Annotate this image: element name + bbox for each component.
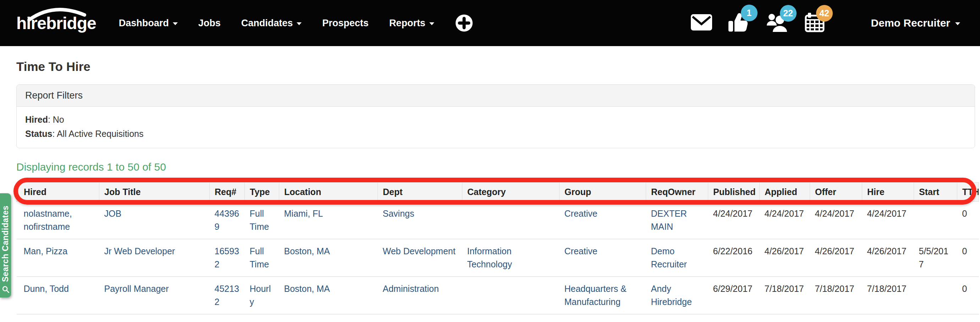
column-header[interactable]: Hire [862,182,914,202]
column-header[interactable]: ReqOwner [646,182,708,202]
table-cell: 6/22/2016 [708,239,760,277]
table-cell: Andy Hirebridge [646,277,708,314]
chevron-down-icon [297,22,302,25]
table-cell: 7/18/2017 [760,277,810,314]
table-row: Dunn, ToddPayroll Manager452132HourlyBos… [17,277,979,314]
column-header[interactable]: Type [245,182,279,202]
user-menu-label: Demo Recruiter [871,17,950,29]
plus-circle-icon [455,14,473,32]
table-cell: 4/24/2017 [862,202,914,240]
calendar-badge: 42 [816,5,833,22]
column-header[interactable]: Applied [760,182,810,202]
primary-nav: Dashboard Jobs Candidates Prospects Repo… [119,18,434,29]
nav-item-candidates[interactable]: Candidates [241,18,302,29]
table-cell: Demo Recruiter [646,239,708,277]
table-cell: 4/24/2017 [760,202,810,240]
logo-arc-icon [26,6,87,22]
table-header-row: HiredJob TitleReq#TypeLocationDeptCatego… [17,182,979,202]
report-table-wrap: HiredJob TitleReq#TypeLocationDeptCatego… [16,182,975,322]
chevron-down-icon [955,22,960,25]
main-content: Time To Hire Report Filters Hired: No St… [0,60,980,322]
column-header[interactable]: Dept [378,182,462,202]
table-cell: Full Time [245,314,279,322]
report-filters-panel: Report Filters Hired: No Status: All Act… [16,84,975,148]
table-cell: 0 [957,239,979,277]
table-cell[interactable]: Man, Pizza [17,239,99,277]
table-row: Morris, DanicaSenior Web Developer67899F… [17,314,979,322]
column-header[interactable]: Start [914,182,957,202]
table-cell[interactable]: Morris, Danica [17,314,99,322]
candidates-button[interactable]: 22 [765,12,789,34]
table-cell[interactable]: Payroll Manager [99,277,210,314]
table-cell: 8/30/2007 [760,314,810,322]
nav-item-jobs[interactable]: Jobs [198,18,221,29]
table-cell[interactable]: JOB [99,202,210,240]
table-cell: Miami, FL [279,202,378,240]
nav-item-reports[interactable]: Reports [389,18,434,29]
report-table: HiredJob TitleReq#TypeLocationDeptCatego… [16,182,979,322]
chevron-down-icon [430,22,434,25]
table-cell [462,277,560,314]
column-header[interactable]: Offer [810,182,862,202]
table-cell: Savings [378,202,462,240]
table-cell [914,314,957,322]
table-cell: 7/18/2017 [810,277,862,314]
column-header[interactable]: Job Title [99,182,210,202]
table-cell: Web Development [378,239,462,277]
table-cell[interactable]: Jr Web Developer [99,239,210,277]
calendar-button[interactable]: 42 [804,12,825,34]
table-cell: 8/1/2008 [708,314,760,322]
navbar-notifications: 1 22 42 [691,12,825,34]
nav-item-prospects[interactable]: Prospects [322,18,369,29]
table-cell: Information Technology [462,239,560,277]
table-cell: 4/26/2017 [862,239,914,277]
table-row: Man, PizzaJr Web Developer165932Full Tim… [17,239,979,277]
top-navbar: hirebridge Dashboard Jobs Candidates Pro… [0,0,980,46]
table-cell[interactable]: nolastname, nofirstname [17,202,99,240]
approvals-badge: 1 [741,5,757,21]
messages-button[interactable] [691,14,712,32]
table-cell: Full Time [245,202,279,240]
chevron-down-icon [173,22,178,25]
table-cell: 5/5/2017 [914,239,957,277]
table-cell: Demo Recruiter [646,314,708,322]
user-menu[interactable]: Demo Recruiter [871,17,960,29]
hirebridge-logo[interactable]: hirebridge [16,13,96,33]
search-candidates-tab[interactable]: Search Candidates [0,193,11,298]
column-header[interactable]: Category [462,182,560,202]
table-cell: 0 [957,202,979,240]
column-header[interactable]: Group [560,182,646,202]
column-header[interactable]: Location [279,182,378,202]
column-header[interactable]: Req# [210,182,245,202]
report-filters-body: Hired: No Status: All Active Requisition… [17,107,975,148]
report-filters-header: Report Filters [17,85,975,107]
table-cell [462,202,560,240]
table-cell: 4/26/2017 [760,239,810,277]
table-cell [914,202,957,240]
column-header[interactable]: Published [708,182,760,202]
table-cell[interactable]: Senior Web Developer [99,314,210,322]
table-cell: 67899 [210,314,245,322]
table-cell: 165932 [210,239,245,277]
table-cell: Recruiting [462,314,560,322]
column-header[interactable]: Hired [17,182,99,202]
envelope-icon [691,14,712,30]
table-row: nolastname, nofirstnameJOB443969Full Tim… [17,202,979,240]
table-cell: Web Development [378,314,462,322]
nav-item-dashboard[interactable]: Dashboard [119,18,178,29]
table-cell: DEXTER MAIN [646,202,708,240]
column-header[interactable]: TTH [957,182,979,202]
table-cell: Headquarters & Manufacturing [560,277,646,314]
search-candidates-label: Search Candidates [1,198,10,282]
candidates-badge: 22 [780,5,797,22]
table-cell: Full Time [245,239,279,277]
table-cell: 0 [957,314,979,322]
table-cell: 443969 [210,202,245,240]
add-button[interactable] [455,14,473,32]
table-cell: Boston, MA [279,239,378,277]
table-cell: Administration [378,277,462,314]
report-table-body: nolastname, nofirstnameJOB443969Full Tim… [17,202,979,322]
approvals-button[interactable]: 1 [728,12,750,34]
table-cell[interactable]: Dunn, Todd [17,277,99,314]
page-title: Time To Hire [16,60,975,74]
